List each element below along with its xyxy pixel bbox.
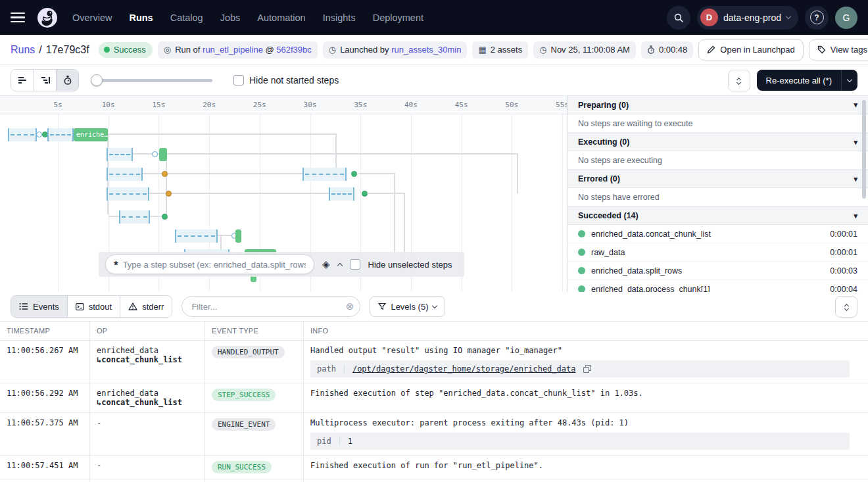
event-info: Finished execution of step "enriched_dat… <box>304 383 868 412</box>
nav-item-overview[interactable]: Overview <box>72 12 112 23</box>
hide-not-started-checkbox[interactable] <box>233 75 244 85</box>
slider-handle[interactable] <box>91 74 103 86</box>
tab-stdout[interactable]: stdout <box>67 296 120 317</box>
nav-item-runs[interactable]: Runs <box>129 12 153 23</box>
terminal-icon <box>76 303 84 310</box>
gantt-chart[interactable]: 5s10s15s20s25s30s35s40s45s50s55s enriche… <box>0 96 567 292</box>
hamburger-menu-icon[interactable] <box>11 12 25 23</box>
dagster-logo-icon[interactable] <box>36 6 59 30</box>
tag-text: Launched by run_assets_30min <box>340 45 461 55</box>
step-row[interactable]: enriched_data.process_chunk[1]0:00:04 <box>567 280 868 292</box>
deployment-switcher[interactable]: D data-eng-prod <box>697 6 798 30</box>
nav-item-jobs[interactable]: Jobs <box>220 12 241 23</box>
event-type: STEP_SUCCESS <box>205 383 304 412</box>
metadata-value[interactable]: /opt/dagster/dagster_home/storage/enrich… <box>352 364 576 374</box>
section-header-preparing[interactable]: Preparing (0)▾ <box>567 96 868 114</box>
run-tag[interactable]: ◷Nov 25, 11:00:08 AM <box>533 41 636 59</box>
event-log-row[interactable]: 11:00:56.267 AMenriched_data↳concat_chun… <box>0 341 868 383</box>
event-timestamp: 11:00:57.489 AM <box>0 479 90 482</box>
section-header-succeeded[interactable]: Succeeded (14)▾ <box>567 206 868 225</box>
run-tag[interactable]: 0:00:48 <box>641 41 693 59</box>
reexecute-menu-caret[interactable] <box>841 70 857 91</box>
help-button[interactable]: ? <box>805 6 829 30</box>
search-icon[interactable] <box>667 6 690 30</box>
tag-link[interactable]: 562f39bc <box>276 45 312 55</box>
nav-items: OverviewRunsCatalogJobsAutomationInsight… <box>72 12 423 23</box>
expand-collapse-button[interactable] <box>728 70 750 91</box>
layout-timed-button[interactable] <box>56 70 78 91</box>
gantt-waiting-box <box>107 168 143 181</box>
slider-track[interactable] <box>91 79 212 82</box>
filter-input[interactable] <box>181 296 360 317</box>
event-log-row[interactable]: 11:00:57.451 AM-RUN_SUCCESSFinished exec… <box>0 456 868 479</box>
gantt-step-bar[interactable] <box>235 229 241 243</box>
user-avatar[interactable]: G <box>835 7 857 29</box>
gantt-connector-line <box>167 153 518 155</box>
deployment-label: data-eng-prod <box>723 12 781 23</box>
deployment-avatar: D <box>700 9 718 26</box>
event-log-row[interactable]: 11:00:56.292 AMenriched_data↳concat_chun… <box>0 383 868 413</box>
tag-link[interactable]: run_assets_30min <box>391 45 461 55</box>
dagster-run-page: OverviewRunsCatalogJobsAutomationInsight… <box>0 0 868 482</box>
step-success-dot-icon <box>578 249 585 256</box>
gantt-start-marker <box>36 132 42 137</box>
gantt-connector-line <box>358 173 395 174</box>
section-title: Executing (0) <box>578 137 630 147</box>
tab-events[interactable]: Events <box>11 296 67 317</box>
gantt-waiting-box <box>8 128 37 141</box>
run-tags: ◎Run of run_etl_pipeline @ 562f39bc◷Laun… <box>158 41 694 59</box>
events-toolbar: Eventsstdoutstderr ⊗ Levels (5) <box>0 292 868 321</box>
layout-flat-button[interactable] <box>11 70 34 91</box>
pencil-icon <box>707 45 715 54</box>
tab-stderr[interactable]: stderr <box>120 296 172 317</box>
reexecute-all-button[interactable]: Re-execute all (*) <box>757 70 857 91</box>
log-tabs: Eventsstdoutstderr <box>11 295 172 318</box>
event-op: - <box>90 413 205 455</box>
event-log-row[interactable]: 11:00:57.489 AM-ENGINE_EVENTProcess for … <box>0 479 868 482</box>
nav-item-insights[interactable]: Insights <box>323 12 356 23</box>
event-log-row[interactable]: 11:00:57.375 AM-ENGINE_EVENTMultiprocess… <box>0 413 868 456</box>
gantt-start-marker <box>152 151 158 157</box>
expand-collapse-log-button[interactable] <box>835 296 857 318</box>
scrollbar-thumb[interactable] <box>862 100 866 199</box>
run-tag[interactable]: ◷Launched by run_assets_30min <box>323 41 468 59</box>
section-header-errored[interactable]: Errored (0)▾ <box>567 170 868 188</box>
view-tags-config-button[interactable]: View tags and config <box>809 39 868 60</box>
event-log-rows: 11:00:56.267 AMenriched_data↳concat_chun… <box>0 341 868 482</box>
event-op: - <box>90 479 205 482</box>
hide-unselected-checkbox[interactable] <box>350 259 360 270</box>
breadcrumb-runs-link[interactable]: Runs <box>11 44 35 55</box>
tag-text: 2 assets <box>491 45 522 55</box>
clear-filter-icon[interactable]: ⊗ <box>346 301 354 312</box>
gantt-waiting-box <box>47 128 74 141</box>
step-row[interactable]: raw_data0:00:01 <box>567 243 868 262</box>
gantt-layout-toggle <box>11 69 79 91</box>
levels-dropdown[interactable]: Levels (5) <box>370 296 445 317</box>
layout-waterfall-button[interactable] <box>34 70 56 91</box>
top-navigation: OverviewRunsCatalogJobsAutomationInsight… <box>0 0 868 35</box>
metadata-key: path <box>317 364 345 374</box>
event-info-text: Multiprocess executor: parent process ex… <box>310 418 863 427</box>
section-header-executing[interactable]: Executing (0)▾ <box>567 133 868 151</box>
event-info-text: Finished execution of run for "run_etl_p… <box>310 461 863 470</box>
event-op: - <box>90 456 205 479</box>
run-tag[interactable]: ▦2 assets <box>472 41 528 59</box>
run-tag[interactable]: ◎Run of run_etl_pipeline @ 562f39bc <box>158 41 318 59</box>
open-in-launchpad-button[interactable]: Open in Launchpad <box>698 39 803 60</box>
events-panel: Eventsstdoutstderr ⊗ Levels (5) TIMESTAM… <box>0 292 868 482</box>
step-row[interactable]: enriched_data.concat_chunk_list0:00:01 <box>567 225 868 243</box>
step-subset-input[interactable]: * Type a step subset (ex: enriched_data.… <box>105 254 314 274</box>
gantt-step-bar[interactable]: enriche… <box>74 128 108 141</box>
tag-link[interactable]: run_etl_pipeline <box>203 45 263 55</box>
gantt-connector-line <box>368 193 405 194</box>
op-name: - <box>97 418 199 427</box>
nav-item-deployment[interactable]: Deployment <box>373 12 423 23</box>
copy-icon[interactable] <box>583 365 591 373</box>
chevron-up-icon[interactable] <box>337 262 342 268</box>
nav-item-automation[interactable]: Automation <box>257 12 305 23</box>
gantt-step-bar[interactable] <box>159 148 167 161</box>
layers-icon[interactable]: ◈ <box>322 258 330 270</box>
gantt-zoom-slider[interactable] <box>91 74 212 86</box>
step-row[interactable]: enriched_data.split_rows0:00:03 <box>567 262 868 280</box>
nav-item-catalog[interactable]: Catalog <box>170 12 203 23</box>
